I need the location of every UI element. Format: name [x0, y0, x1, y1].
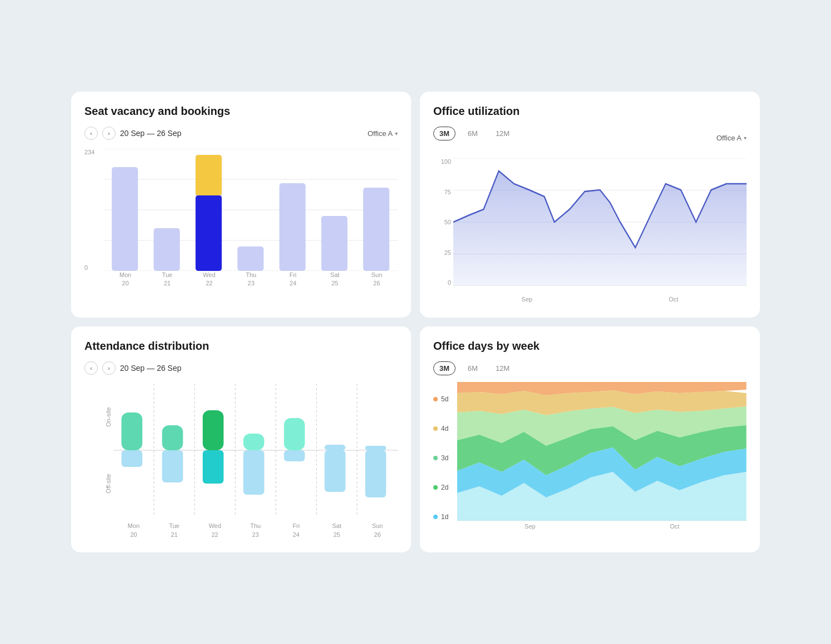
- office-days-period-tabs: 3M 6M 12M: [433, 361, 747, 375]
- line-chart-area: 100 75 50 25 0: [433, 158, 747, 303]
- svg-rect-38: [365, 446, 386, 450]
- office-utilization-card: Office utilization 3M 6M 12M Office A ▾ …: [420, 92, 760, 318]
- office-util-chevron-icon: ▾: [744, 135, 747, 141]
- legend-1d: 1d: [433, 513, 448, 521]
- y-0: 0: [448, 279, 451, 286]
- od-period-3m[interactable]: 3M: [433, 361, 455, 375]
- attendance-card: Attendance distribution ‹ › 20 Sep — 26 …: [71, 326, 411, 552]
- att-x-thu: Thu23: [235, 522, 276, 539]
- att-x-fri: Fri24: [276, 522, 317, 539]
- legend-1d-label: 1d: [441, 513, 448, 521]
- svg-rect-10: [237, 246, 263, 271]
- office-utilization-selector[interactable]: Office A ▾: [717, 134, 747, 142]
- attendance-svg: [113, 384, 398, 517]
- y-min-label: 0: [84, 264, 88, 271]
- line-chart-svg: [453, 158, 747, 286]
- bar-chart-svg: [104, 149, 398, 271]
- att-x-sun: Sun26: [357, 522, 398, 539]
- svg-rect-12: [321, 216, 347, 271]
- att-x-labels: Mon20 Tue21 Wed22 Thu23 Fri24 Sat25 Sun2…: [113, 522, 398, 539]
- seat-vacancy-title: Seat vacancy and bookings: [84, 105, 398, 118]
- chevron-left-icon: ‹: [90, 130, 92, 137]
- office-util-name: Office A: [717, 134, 742, 142]
- office-days-legend: 5d 4d 3d 2d 1d: [433, 382, 448, 530]
- date-range: 20 Sep — 26 Sep: [120, 129, 363, 138]
- attendance-title: Attendance distribution: [84, 340, 398, 353]
- legend-2d: 2d: [433, 484, 448, 491]
- att-chevron-right-icon: ›: [108, 365, 110, 371]
- x-label-thu: Thu23: [230, 271, 272, 288]
- stacked-x-labels: Sep Oct: [457, 523, 747, 530]
- svg-rect-6: [154, 228, 180, 271]
- x-label-mon: Mon20: [104, 271, 146, 288]
- legend-4d-label: 4d: [441, 425, 448, 432]
- svg-rect-11: [279, 183, 306, 271]
- att-chevron-left-icon: ‹: [90, 365, 92, 371]
- seat-vacancy-card: Seat vacancy and bookings ‹ › 20 Sep — 2…: [71, 92, 411, 318]
- y-offsite-label: Off-site: [104, 474, 111, 493]
- x-oct: Oct: [669, 296, 678, 303]
- att-x-mon: Mon20: [113, 522, 154, 539]
- x-label-sat: Sat25: [314, 271, 356, 288]
- svg-rect-32: [243, 434, 264, 450]
- prev-week-button[interactable]: ‹: [84, 127, 98, 140]
- svg-rect-26: [122, 412, 143, 450]
- x-label-wed: Wed22: [188, 271, 230, 288]
- att-next-button[interactable]: ›: [102, 361, 116, 375]
- legend-4d-dot: [433, 426, 438, 431]
- legend-1d-dot: [433, 515, 438, 519]
- svg-rect-9: [196, 155, 222, 195]
- legend-3d-label: 3d: [441, 454, 448, 462]
- bar-chart-area: 234 0: [84, 149, 398, 293]
- y-100: 100: [441, 158, 451, 165]
- od-period-6m[interactable]: 6M: [462, 362, 483, 375]
- y-onsite-label: On-site: [104, 407, 111, 426]
- office-days-title: Office days by week: [433, 340, 747, 353]
- next-week-button[interactable]: ›: [102, 127, 116, 140]
- att-x-tue: Tue21: [154, 522, 194, 539]
- svg-rect-30: [203, 410, 224, 450]
- line-x-labels: Sep Oct: [453, 296, 747, 303]
- svg-rect-36: [324, 445, 346, 450]
- svg-rect-33: [243, 450, 264, 495]
- office-name: Office A: [368, 129, 393, 138]
- svg-rect-39: [365, 450, 386, 497]
- att-x-wed: Wed22: [194, 522, 235, 539]
- dashboard: Seat vacancy and bookings ‹ › 20 Sep — 2…: [71, 92, 760, 552]
- svg-rect-27: [122, 450, 143, 467]
- x-sep: Sep: [522, 296, 533, 303]
- stacked-x-oct: Oct: [670, 523, 679, 530]
- od-period-12m[interactable]: 12M: [490, 362, 515, 375]
- period-3m[interactable]: 3M: [433, 127, 455, 140]
- legend-5d-dot: [433, 397, 438, 401]
- svg-rect-8: [196, 195, 222, 271]
- svg-rect-34: [284, 418, 305, 450]
- period-6m[interactable]: 6M: [462, 127, 483, 140]
- y-50: 50: [444, 219, 451, 225]
- svg-rect-31: [203, 450, 224, 484]
- office-selector[interactable]: Office A ▾: [368, 129, 398, 138]
- office-utilization-title: Office utilization: [433, 105, 747, 118]
- y-75: 75: [444, 189, 451, 195]
- att-prev-button[interactable]: ‹: [84, 361, 98, 375]
- x-label-sun: Sun26: [356, 271, 398, 288]
- x-label-tue: Tue21: [146, 271, 188, 288]
- period-tabs: 3M 6M 12M: [433, 127, 515, 140]
- att-x-sat: Sat25: [317, 522, 357, 539]
- svg-rect-29: [162, 450, 183, 482]
- stacked-x-sep: Sep: [524, 523, 535, 530]
- stacked-area-container: Sep Oct: [457, 382, 747, 530]
- svg-rect-37: [324, 450, 346, 492]
- seat-vacancy-nav: ‹ › 20 Sep — 26 Sep Office A ▾: [84, 127, 398, 140]
- x-label-fri: Fri24: [272, 271, 314, 288]
- period-12m[interactable]: 12M: [490, 127, 515, 140]
- svg-rect-5: [112, 167, 138, 271]
- legend-5d: 5d: [433, 395, 448, 403]
- attendance-chart-container: On-site Off-site: [84, 384, 398, 539]
- stacked-area-svg: [457, 382, 747, 521]
- dropdown-chevron-icon: ▾: [395, 130, 398, 137]
- office-days-card: Office days by week 3M 6M 12M 5d 4d 3d: [420, 326, 760, 552]
- chevron-right-icon: ›: [108, 130, 110, 137]
- attendance-nav: ‹ › 20 Sep — 26 Sep: [84, 361, 398, 375]
- svg-rect-28: [162, 425, 183, 450]
